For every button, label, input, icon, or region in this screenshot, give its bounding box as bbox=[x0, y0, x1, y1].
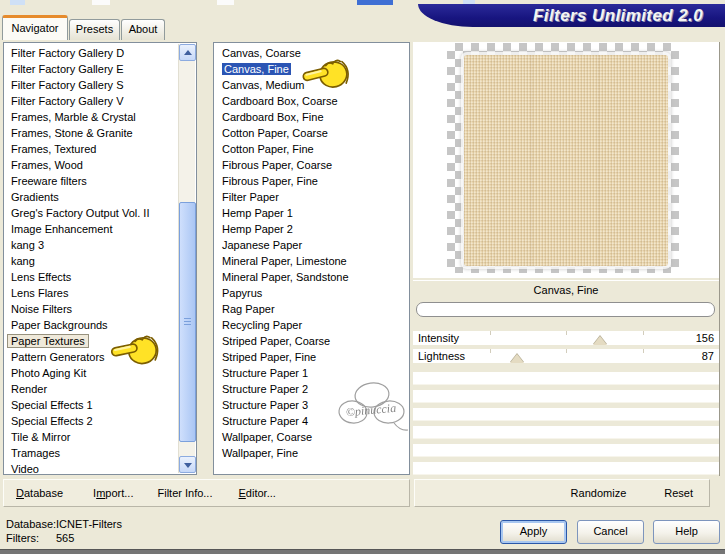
preview-box bbox=[413, 42, 719, 278]
category-item[interactable]: Frames, Wood bbox=[4, 157, 196, 173]
category-item[interactable]: Filter Factory Gallery S bbox=[4, 77, 196, 93]
filter-item[interactable]: Filter Paper bbox=[214, 189, 409, 205]
slider-handle[interactable] bbox=[510, 354, 524, 363]
filter-item[interactable]: Structure Paper 1 bbox=[214, 365, 409, 381]
database-value: ICNET-Filters bbox=[56, 517, 122, 531]
scroll-up-button[interactable] bbox=[179, 44, 196, 61]
slider-tick bbox=[490, 331, 491, 335]
category-item[interactable]: Tramages bbox=[4, 445, 196, 461]
slider-tick bbox=[566, 349, 567, 353]
filter-item[interactable]: Mineral Paper, Sandstone bbox=[214, 269, 409, 285]
preview-caption: Canvas, Fine bbox=[413, 280, 719, 298]
database-label: Database: bbox=[6, 517, 56, 531]
category-item[interactable]: Greg's Factory Output Vol. II bbox=[4, 205, 196, 221]
filters-label: Filters: bbox=[6, 531, 56, 545]
editor-button[interactable]: Editor... bbox=[239, 487, 276, 499]
sliver-segment bbox=[10, 0, 25, 5]
slider-tick bbox=[490, 349, 491, 353]
toolbar-left-group: Database Import... Filter Info... Editor… bbox=[3, 479, 410, 507]
filter-item[interactable]: Fibrous Paper, Fine bbox=[214, 173, 409, 189]
category-item[interactable]: Gradients bbox=[4, 189, 196, 205]
import-button[interactable]: Import... bbox=[93, 487, 133, 499]
category-item[interactable]: Filter Factory Gallery E bbox=[4, 61, 196, 77]
tab-navigator[interactable]: Navigator bbox=[2, 15, 68, 40]
scroll-down-button[interactable] bbox=[179, 456, 196, 473]
filters-unlimited-window: Filters Unlimited 2.0 Navigator Presets … bbox=[0, 0, 725, 554]
filter-item[interactable]: Fibrous Paper, Coarse bbox=[214, 157, 409, 173]
category-item[interactable]: Render bbox=[4, 381, 196, 397]
category-item[interactable]: Filter Factory Gallery V bbox=[4, 93, 196, 109]
category-item[interactable]: Tile & Mirror bbox=[4, 429, 196, 445]
filter-item[interactable]: Cotton Paper, Fine bbox=[214, 141, 409, 157]
category-item[interactable]: Frames, Marble & Crystal bbox=[4, 109, 196, 125]
filter-item[interactable]: Recycling Paper bbox=[214, 317, 409, 333]
empty-slider-slot bbox=[413, 462, 719, 474]
window-bottom-edge bbox=[0, 549, 725, 554]
reset-button[interactable]: Reset bbox=[664, 487, 693, 499]
filter-item[interactable]: Hemp Paper 1 bbox=[214, 205, 409, 221]
category-item[interactable]: Special Effects 1 bbox=[4, 397, 196, 413]
category-item[interactable]: Image Enhancement bbox=[4, 221, 196, 237]
category-item[interactable]: kang bbox=[4, 253, 196, 269]
slider-lightness[interactable]: Lightness87 bbox=[413, 349, 719, 363]
preview-panel: Canvas, Fine Intensity156Lightness87 bbox=[413, 42, 720, 476]
filter-item[interactable]: Canvas, Coarse bbox=[214, 45, 409, 61]
cancel-button[interactable]: Cancel bbox=[577, 520, 644, 544]
filter-info-button[interactable]: Filter Info... bbox=[157, 487, 212, 499]
category-item[interactable]: Lens Flares bbox=[4, 285, 196, 301]
arrow-up-icon bbox=[184, 50, 192, 55]
randomize-button[interactable]: Randomize bbox=[571, 487, 627, 499]
category-item[interactable]: Freeware filters bbox=[4, 173, 196, 189]
apply-button[interactable]: Apply bbox=[500, 520, 567, 544]
slider-tick bbox=[566, 331, 567, 335]
slider-tick bbox=[643, 331, 644, 335]
category-listbox[interactable]: Filter Factory Gallery DFilter Factory G… bbox=[3, 42, 197, 475]
filter-item[interactable]: Wallpaper, Fine bbox=[214, 445, 409, 461]
tab-about[interactable]: About bbox=[121, 19, 165, 40]
filter-item[interactable]: Cotton Paper, Coarse bbox=[214, 125, 409, 141]
filter-item[interactable]: Mineral Paper, Limestone bbox=[214, 253, 409, 269]
category-item[interactable]: Video bbox=[4, 461, 196, 475]
category-item[interactable]: Filter Factory Gallery D bbox=[4, 45, 196, 61]
status-area: Database:ICNET-Filters Filters:565 bbox=[6, 517, 122, 545]
category-item[interactable]: Noise Filters bbox=[4, 301, 196, 317]
filter-item[interactable]: Striped Paper, Coarse bbox=[214, 333, 409, 349]
tab-label: Presets bbox=[76, 23, 113, 35]
tab-presets[interactable]: Presets bbox=[69, 19, 120, 40]
empty-slider-slot bbox=[413, 426, 719, 438]
category-item[interactable]: Lens Effects bbox=[4, 269, 196, 285]
empty-slider-slot bbox=[413, 408, 719, 420]
empty-slider-slot bbox=[413, 390, 719, 402]
toolbar-right-group: Randomize Reset bbox=[414, 479, 710, 507]
category-item[interactable]: Pattern Generators bbox=[4, 349, 196, 365]
slider-intensity[interactable]: Intensity156 bbox=[413, 331, 719, 345]
category-item[interactable]: Frames, Textured bbox=[4, 141, 196, 157]
slider-value: 156 bbox=[696, 331, 714, 345]
filters-value: 565 bbox=[56, 531, 74, 545]
window-title: Filters Unlimited 2.0 bbox=[533, 6, 703, 26]
slider-value: 87 bbox=[702, 349, 714, 363]
filter-item[interactable]: Papyrus bbox=[214, 285, 409, 301]
sliver-segment bbox=[357, 0, 393, 5]
filter-item[interactable]: Hemp Paper 2 bbox=[214, 221, 409, 237]
category-scrollbar[interactable] bbox=[178, 44, 195, 473]
category-item[interactable]: Photo Aging Kit bbox=[4, 365, 196, 381]
filter-item[interactable]: Rag Paper bbox=[214, 301, 409, 317]
category-item[interactable]: Frames, Stone & Granite bbox=[4, 125, 196, 141]
help-button[interactable]: Help bbox=[653, 520, 720, 544]
filter-item[interactable]: Striped Paper, Fine bbox=[214, 349, 409, 365]
canvas-texture-preview bbox=[464, 55, 668, 266]
category-item[interactable]: Paper Textures bbox=[4, 333, 196, 349]
category-item[interactable]: Paper Backgrounds bbox=[4, 317, 196, 333]
slider-label: Intensity bbox=[418, 331, 459, 345]
empty-slider-slot bbox=[413, 372, 719, 384]
transparency-checkerboard bbox=[447, 43, 679, 273]
category-item[interactable]: Special Effects 2 bbox=[4, 413, 196, 429]
database-button[interactable]: Database bbox=[16, 487, 63, 499]
slider-tick bbox=[643, 349, 644, 353]
filter-item[interactable]: Japanese Paper bbox=[214, 237, 409, 253]
slider-handle[interactable] bbox=[593, 336, 607, 345]
filter-item[interactable]: Cardboard Box, Fine bbox=[214, 109, 409, 125]
scrollbar-thumb[interactable] bbox=[179, 202, 196, 442]
category-item[interactable]: kang 3 bbox=[4, 237, 196, 253]
